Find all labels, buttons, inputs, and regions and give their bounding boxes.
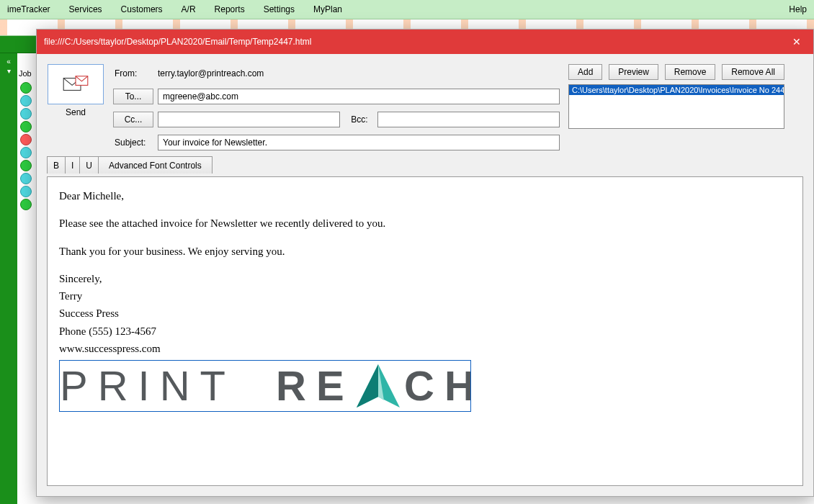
- svg-text:PRINT: PRINT: [60, 362, 236, 409]
- remove-all-attachments-button[interactable]: Remove All: [722, 64, 784, 80]
- body-line: Thank you for your business. We enjoy se…: [59, 244, 791, 258]
- menu-settings[interactable]: Settings: [264, 4, 295, 14]
- from-value: terry.taylor@printreach.com: [158, 68, 560, 78]
- paper-plane-icon: [357, 364, 400, 408]
- job-status-dot[interactable]: [20, 186, 32, 197]
- bcc-field[interactable]: [377, 112, 560, 127]
- job-status-dot[interactable]: [20, 160, 32, 171]
- job-status-dot[interactable]: [20, 173, 32, 184]
- menu-services[interactable]: Services: [69, 4, 102, 14]
- job-status-dot[interactable]: [20, 82, 32, 94]
- preview-attachment-button[interactable]: Preview: [609, 64, 658, 80]
- menu-ar[interactable]: A/R: [182, 4, 196, 14]
- body-signoff: Sincerely,: [59, 271, 791, 286]
- attachment-list[interactable]: C:\Users\ttaylor\Desktop\PLAN2020\Invoic…: [568, 84, 784, 129]
- advanced-font-controls-button[interactable]: Advanced Font Controls: [98, 156, 213, 174]
- close-icon: ✕: [792, 36, 801, 48]
- job-status-dot[interactable]: [20, 147, 32, 158]
- subject-field[interactable]: [158, 135, 560, 150]
- send-label: Send: [66, 107, 86, 117]
- remove-attachment-button[interactable]: Remove: [665, 64, 716, 80]
- menu-reports[interactable]: Reports: [215, 4, 245, 14]
- parent-collapse-strip[interactable]: « ▾: [0, 53, 17, 504]
- chevron-left-icon: «: [6, 58, 11, 66]
- to-field[interactable]: [158, 89, 560, 104]
- body-signoff: www.successpress.com: [59, 341, 791, 356]
- to-button[interactable]: To...: [113, 89, 153, 104]
- bold-button[interactable]: B: [47, 156, 66, 174]
- dialog-titlebar[interactable]: file:///C:/Users/ttaylor/Desktop/PLAN202…: [37, 30, 813, 54]
- body-line: Please see the attached invoice for News…: [59, 216, 791, 230]
- svg-text:RE: RE: [276, 362, 354, 409]
- job-status-dot[interactable]: [20, 199, 32, 210]
- parent-menu-bar: imeTracker Services Customers A/R Report…: [0, 0, 814, 19]
- italic-button[interactable]: I: [65, 156, 80, 174]
- subject-label: Subject:: [113, 138, 153, 148]
- job-status-dot[interactable]: [20, 134, 32, 145]
- dialog-title: file:///C:/Users/ttaylor/Desktop/PLAN202…: [44, 37, 311, 47]
- svg-text:CH: CH: [404, 362, 470, 409]
- menu-timetracker[interactable]: imeTracker: [7, 4, 50, 14]
- send-button[interactable]: [48, 64, 104, 104]
- from-label: From:: [113, 68, 153, 78]
- email-body-editor[interactable]: Dear Michelle, Please see the attached i…: [47, 176, 803, 486]
- menu-myplan[interactable]: MyPlan: [313, 4, 342, 14]
- body-signoff: Terry: [59, 289, 791, 303]
- body-signoff: Success Press: [59, 306, 791, 320]
- attachment-item[interactable]: C:\Users\ttaylor\Desktop\PLAN2020\Invoic…: [569, 85, 784, 95]
- body-signoff: Phone (555) 123-4567: [59, 324, 791, 338]
- envelope-icon: [61, 73, 91, 96]
- logo-image[interactable]: PRINT RE CH: [59, 360, 471, 412]
- menu-customers[interactable]: Customers: [121, 4, 163, 14]
- add-attachment-button[interactable]: Add: [568, 64, 602, 80]
- menu-help[interactable]: Help: [789, 4, 807, 14]
- underline-button[interactable]: U: [79, 156, 99, 174]
- body-greeting: Dear Michelle,: [59, 189, 791, 203]
- email-compose-dialog: file:///C:/Users/ttaylor/Desktop/PLAN202…: [36, 29, 814, 497]
- format-toolbar: B I U Advanced Font Controls: [37, 156, 813, 176]
- job-status-dot[interactable]: [20, 121, 32, 132]
- job-status-dot[interactable]: [20, 95, 32, 107]
- job-status-dot[interactable]: [20, 108, 32, 120]
- cc-field[interactable]: [158, 112, 340, 127]
- cc-button[interactable]: Cc...: [113, 112, 153, 127]
- chevron-down-icon: ▾: [7, 67, 11, 75]
- close-button[interactable]: ✕: [780, 30, 813, 54]
- bcc-label: Bcc:: [344, 114, 373, 125]
- svg-marker-5: [357, 364, 378, 408]
